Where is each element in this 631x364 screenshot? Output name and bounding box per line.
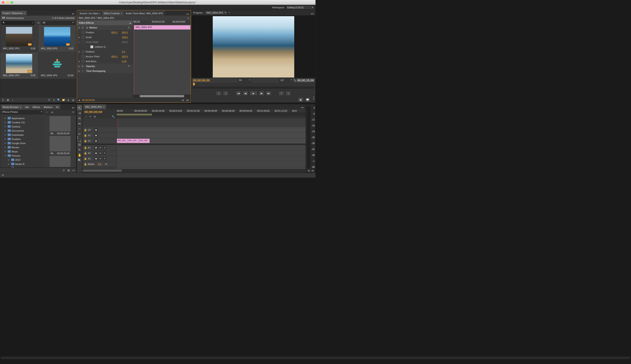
track-master[interactable] xyxy=(117,162,306,167)
mute-button[interactable]: M xyxy=(99,157,102,160)
mb-item[interactable]: IM...00;00;05;00 xyxy=(45,136,75,154)
folder-item[interactable]: ▸Google Drive xyxy=(0,141,44,145)
time-remapping-effect[interactable]: ▸fx Time Remapping xyxy=(77,68,133,73)
track-header-master[interactable]: 🔒Master0.0⋈ xyxy=(83,162,117,167)
marker-icon[interactable]: ⟳ xyxy=(89,115,92,118)
ripple-edit-tool[interactable]: ⇆ xyxy=(77,116,82,120)
track-select-tool[interactable]: ⇥ xyxy=(77,111,82,115)
project-item[interactable]: IMG_0004.JPG5;00 xyxy=(0,52,38,79)
ec-nav-icon[interactable]: ⏭ xyxy=(186,98,189,102)
slide-tool[interactable]: ⊟ xyxy=(77,142,82,147)
timeline-clip[interactable]: IMG_000 xyxy=(128,139,139,143)
folder-item[interactable]: ▸Dropbox xyxy=(0,137,44,141)
hand-tool[interactable]: ✋ xyxy=(77,153,82,157)
rate-stretch-tool[interactable]: ↔ xyxy=(77,126,82,131)
program-monitor[interactable] xyxy=(192,16,315,78)
scale-property[interactable]: ▸ Scale 100.0 xyxy=(77,35,133,40)
icon-view-icon[interactable]: ▦ xyxy=(6,98,10,102)
find-icon[interactable]: 🔍 xyxy=(57,98,60,102)
automate-icon[interactable]: ⎘ xyxy=(52,98,56,102)
track-header-v1[interactable]: 🔒V1▣ xyxy=(83,138,117,144)
tab-history[interactable]: Hi xyxy=(54,105,60,109)
tab-media-browser[interactable]: Media Browser× xyxy=(1,105,23,109)
solo-button[interactable]: S xyxy=(103,146,106,149)
toggle-output-icon[interactable]: ▣ xyxy=(95,134,98,137)
sort-icon[interactable]: ⇅ xyxy=(48,98,51,102)
reset-icon[interactable]: ↻ xyxy=(128,26,131,29)
settings-icon[interactable]: 🔧 xyxy=(293,79,296,82)
rolling-edit-tool[interactable]: ⇔ xyxy=(77,121,82,126)
track-header-v3[interactable]: 🔒V3▣ xyxy=(83,127,117,133)
export-frame-button[interactable]: ▦ xyxy=(298,97,303,102)
program-sequence-dropdown[interactable]: IMG_0004.JPG xyxy=(204,10,227,15)
work-area-bar[interactable] xyxy=(117,113,306,116)
anti-flicker-property[interactable]: ▸ Anti-flicke... 0.00 xyxy=(77,59,133,64)
project-item[interactable]: IMG_0003.JPG5;00 xyxy=(38,25,76,52)
folder-item[interactable]: ▸Creative Clo xyxy=(0,120,44,124)
tab-effects[interactable]: Effects xyxy=(31,105,42,109)
tab-source[interactable]: Source: (no clips)▾ xyxy=(78,11,102,16)
keyframe-toggle-icon[interactable] xyxy=(82,60,84,63)
play-button[interactable]: ▶ xyxy=(250,91,257,96)
ec-timeline[interactable]: 00;00 00;00;02;00 00;00;04;00 IMG_0004.J… xyxy=(133,20,191,98)
snap-icon[interactable]: ⊹ xyxy=(84,115,88,118)
track-a1[interactable] xyxy=(117,145,306,150)
razor-tool[interactable]: ✂ xyxy=(77,132,82,136)
panel-menu-icon[interactable]: ▾≡ xyxy=(71,106,75,109)
mute-button[interactable]: M xyxy=(99,152,102,154)
track-v1[interactable]: IMG_000 IMG_000 IMG_000 xyxy=(117,138,306,144)
folder-item[interactable]: ▸Music xyxy=(0,149,44,154)
keyframe-toggle-icon[interactable] xyxy=(82,50,84,53)
position-property[interactable]: Position 800.0 600.0 xyxy=(77,30,133,35)
ec-nav-icon[interactable]: ⏮ xyxy=(181,98,184,102)
track-header-a3[interactable]: 🔒A3▣MS xyxy=(83,156,117,162)
workspace-dropdown[interactable]: Editing (CS5.5) xyxy=(286,6,314,10)
tab-sequence[interactable]: IMG_0004.JPG× xyxy=(84,104,106,109)
list-view-icon[interactable]: ☰ xyxy=(2,98,5,102)
panel-menu-icon[interactable]: ▾≡ xyxy=(71,12,75,15)
timeline-timecode[interactable]: 00;00;00;00 xyxy=(83,109,117,114)
folder-item[interactable]: ▸2013 xyxy=(0,158,44,162)
tab-info[interactable]: Info xyxy=(23,105,31,109)
project-item[interactable]: IMG_0002.JPG5;00 xyxy=(0,25,38,52)
tab-audio-mixer[interactable]: Audio Track Mixer: IMG_0004.JPG xyxy=(124,11,165,16)
filter-icon[interactable]: ▿ xyxy=(45,111,49,114)
toggle-output-icon[interactable]: ▣ xyxy=(95,128,98,132)
mark-in-button[interactable]: { xyxy=(216,91,222,96)
timeline-clip[interactable]: IMG_000 xyxy=(117,139,128,143)
scrub-playhead[interactable] xyxy=(193,83,195,86)
timeline-ruler[interactable]: 00;0000;00;08;0000;00;16;0000;00;24;0000… xyxy=(117,109,306,113)
mute-button[interactable]: M xyxy=(99,146,102,149)
mb-item[interactable] xyxy=(45,156,75,167)
solo-button[interactable]: S xyxy=(307,170,310,172)
track-v2[interactable] xyxy=(117,133,306,138)
resolution-dropdown[interactable]: 1/2 xyxy=(279,79,293,82)
mark-out-button[interactable]: } xyxy=(223,91,229,96)
program-scrubber[interactable] xyxy=(192,83,315,90)
project-item[interactable]: IMG_0004.JPG15;00 xyxy=(38,52,76,79)
program-current-tc[interactable]: 00;00;00;00 xyxy=(193,79,210,82)
track-header-a1[interactable]: 🔒A1▣MS xyxy=(83,145,117,150)
solo-button[interactable]: S xyxy=(311,170,314,172)
comparison-button[interactable]: 💬 xyxy=(305,97,310,102)
keyframe-toggle-icon[interactable] xyxy=(82,55,84,58)
tab-project[interactable]: Project: Slideshow× xyxy=(1,11,27,15)
ec-clip-bar[interactable]: IMG_0004.JPG xyxy=(134,25,190,30)
video-effects-header[interactable]: Video Effects▴ xyxy=(77,20,133,25)
reset-icon[interactable]: ↻ xyxy=(128,65,131,68)
timeline-zoom-scrollbar[interactable] xyxy=(83,169,306,172)
timeline-clip[interactable]: IMG_000 xyxy=(139,139,150,143)
slip-tool[interactable]: |↔| xyxy=(77,137,82,142)
step-forward-button[interactable]: |▶ xyxy=(259,91,264,96)
project-filter-dropdown[interactable]: All xyxy=(42,21,75,25)
settings-icon[interactable]: 🔧 xyxy=(112,115,115,118)
folder-item[interactable]: ▸Documents xyxy=(0,128,44,133)
step-back-button[interactable]: ◀| xyxy=(243,91,248,96)
tab-effect-controls[interactable]: Effect Controls× xyxy=(102,11,124,16)
folder-item[interactable]: ▸Adobe R xyxy=(0,162,44,166)
tab-markers[interactable]: Markers xyxy=(42,105,54,109)
timeline-tracks[interactable]: IMG_000 IMG_000 IMG_000 xyxy=(117,118,306,169)
solo-button[interactable]: S xyxy=(103,152,106,154)
close-icon[interactable]: × xyxy=(227,12,231,14)
panel-menu-icon[interactable]: ▾≡ xyxy=(310,12,315,15)
